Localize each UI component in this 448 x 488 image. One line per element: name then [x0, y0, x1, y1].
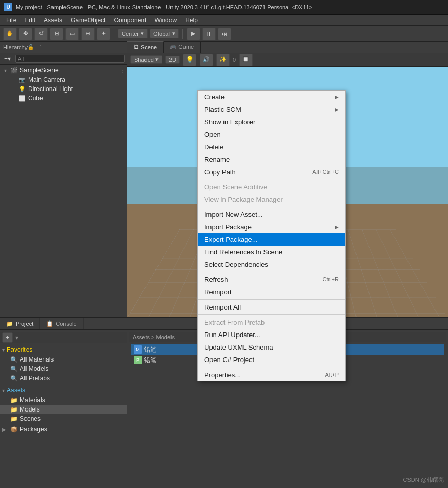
hierarchy-header: Hierarchy 🔓 ⋮	[0, 42, 127, 53]
camera-label: Main Camera	[28, 76, 65, 83]
tab-scene[interactable]: 🖼 Scene	[127, 41, 164, 53]
game-tab-label: Game	[178, 44, 194, 50]
ctx-copy-path-label: Copy Path	[204, 168, 236, 176]
transform-tool[interactable]: ⊕	[81, 28, 95, 40]
scene-light-btn[interactable]: 💡	[183, 54, 196, 66]
ctx-import-new[interactable]: Import New Asset...	[198, 208, 345, 221]
ctx-find-refs[interactable]: Find References In Scene	[198, 246, 345, 258]
project-all-prefabs[interactable]: 🔍 All Prefabs	[0, 374, 127, 383]
hierarchy-maincamera[interactable]: 📷 Main Camera	[0, 75, 127, 84]
project-more-btn[interactable]: ▾	[15, 334, 18, 341]
hierarchy-scene[interactable]: ▾ 🎬 SampleScene ⋮	[0, 66, 127, 75]
more-icon[interactable]: ⋮	[38, 44, 43, 50]
project-add-btn[interactable]: +	[2, 332, 13, 343]
favorites-header[interactable]: ▾ Favorites	[0, 344, 127, 355]
ctx-reimport-all[interactable]: Reimport All	[198, 301, 345, 313]
ctx-import-package[interactable]: Import Package ▶	[198, 221, 345, 233]
menu-gameobject[interactable]: GameObject	[67, 16, 110, 25]
ctx-create[interactable]: Create ▶	[198, 91, 345, 103]
ctx-run-api-label: Run API Updater...	[204, 331, 260, 339]
project-all-materials[interactable]: 🔍 All Materials	[0, 355, 127, 364]
ctx-select-deps-label: Select Dependencies	[204, 261, 268, 268]
menu-assets[interactable]: Assets	[39, 16, 67, 25]
menu-help[interactable]: Help	[181, 16, 202, 25]
ctx-show-explorer[interactable]: Show in Explorer	[198, 115, 345, 128]
scene-effect-btn[interactable]: ✨	[216, 54, 230, 66]
console-tab-icon: 📋	[46, 320, 54, 327]
ctx-properties[interactable]: Properties... Alt+P	[198, 368, 345, 381]
rect-tool[interactable]: ▭	[65, 28, 79, 40]
project-all-models[interactable]: 🔍 All Models	[0, 364, 127, 374]
file-label-0: 铅笔	[144, 345, 156, 354]
project-packages[interactable]: ▶ 📦 Packages	[0, 425, 127, 434]
hierarchy-light[interactable]: 💡 Directional Light	[0, 84, 127, 94]
ctx-rename[interactable]: Rename	[198, 153, 345, 165]
ctx-open[interactable]: Open	[198, 128, 345, 140]
center-dropdown[interactable]: Center ▾	[118, 29, 148, 38]
ctx-select-deps[interactable]: Select Dependencies	[198, 258, 345, 271]
all-materials-label: All Materials	[20, 356, 54, 363]
scene-label: SampleScene	[20, 67, 59, 74]
hierarchy-content: ▾ 🎬 SampleScene ⋮ 📷 Main Camera 💡 Direct…	[0, 65, 127, 317]
packages-arrow: ▶	[2, 427, 8, 432]
ctx-open-label: Open	[204, 131, 221, 138]
project-models[interactable]: 📁 Models	[0, 405, 127, 414]
ctx-delete[interactable]: Delete	[198, 140, 345, 153]
scenes-folder-icon: 📁	[10, 416, 18, 422]
menu-component[interactable]: Component	[110, 16, 150, 25]
hierarchy-search[interactable]	[15, 55, 125, 63]
tab-console[interactable]: 📋 Console	[40, 318, 83, 329]
menu-file[interactable]: File	[2, 16, 20, 25]
shading-label: Shaded	[134, 57, 154, 63]
ctx-view-package-label: View in Package Manager	[204, 196, 283, 203]
custom-tool[interactable]: ✦	[97, 28, 110, 40]
ctx-refresh[interactable]: Refresh Ctrl+R	[198, 273, 345, 286]
file-icon-0: M	[134, 345, 142, 354]
ctx-import-new-label: Import New Asset...	[204, 211, 263, 219]
tab-project[interactable]: 📁 Project	[0, 318, 40, 329]
project-tab-label: Project	[16, 320, 33, 327]
shading-dropdown[interactable]: Shaded ▾	[130, 55, 162, 64]
ctx-run-api[interactable]: Run API Updater...	[198, 328, 345, 341]
breadcrumb-text: Assets > Models	[133, 334, 175, 340]
step-button[interactable]: ⏭	[218, 28, 231, 40]
scene-more[interactable]: ⋮	[120, 68, 125, 73]
ctx-plastic[interactable]: Plastic SCM ▶	[198, 103, 345, 115]
2d-toggle[interactable]: 2D	[165, 56, 180, 64]
project-materials[interactable]: 📁 Materials	[0, 395, 127, 405]
play-button[interactable]: ▶	[187, 28, 200, 40]
ctx-copy-path[interactable]: Copy Path Alt+Ctrl+C	[198, 165, 345, 178]
file-icon-1: P	[134, 356, 142, 364]
tab-game[interactable]: 🎮 Game	[164, 41, 201, 53]
menu-bar: File Edit Assets GameObject Component Wi…	[0, 15, 448, 26]
cube-label: Cube	[28, 95, 43, 102]
ctx-create-arrow: ▶	[335, 94, 339, 100]
ctx-sep-3	[198, 272, 345, 272]
global-dropdown[interactable]: Global ▾	[150, 29, 179, 38]
scene-gizmo-btn[interactable]: 🔲	[239, 54, 253, 66]
assets-header[interactable]: ▾ Assets	[0, 385, 127, 395]
ctx-update-uxml[interactable]: Update UXML Schema	[198, 341, 345, 353]
title-bar: U My project - SampleScene - PC, Mac & L…	[0, 0, 448, 15]
menu-window[interactable]: Window	[150, 16, 181, 25]
hierarchy-cube[interactable]: ⬜ Cube	[0, 94, 127, 103]
ctx-properties-label: Properties...	[204, 371, 241, 379]
menu-edit[interactable]: Edit	[20, 16, 39, 25]
project-toolbar: + ▾	[0, 332, 127, 343]
pause-button[interactable]: ⏸	[202, 28, 216, 40]
project-scenes[interactable]: 📁 Scenes	[0, 414, 127, 423]
camera-icon: 📷	[19, 76, 26, 83]
scene-tab-icon: 🖼	[134, 44, 139, 50]
ctx-open-csharp[interactable]: Open C# Project	[198, 353, 345, 366]
move-tool[interactable]: ✥	[19, 28, 32, 40]
hierarchy-add-btn[interactable]: +▾	[2, 54, 13, 63]
ctx-export-package[interactable]: Export Package...	[198, 233, 345, 246]
lock-icon[interactable]: 🔓	[28, 44, 34, 50]
ctx-reimport[interactable]: Reimport	[198, 286, 345, 298]
rotate-tool[interactable]: ↺	[34, 28, 48, 40]
ctx-plastic-arrow: ▶	[335, 107, 339, 112]
scale-tool[interactable]: ⊞	[50, 28, 63, 40]
hand-tool[interactable]: ✋	[3, 28, 17, 40]
file-label-1: 铅笔	[144, 356, 156, 365]
scene-audio-btn[interactable]: 🔊	[200, 54, 213, 66]
